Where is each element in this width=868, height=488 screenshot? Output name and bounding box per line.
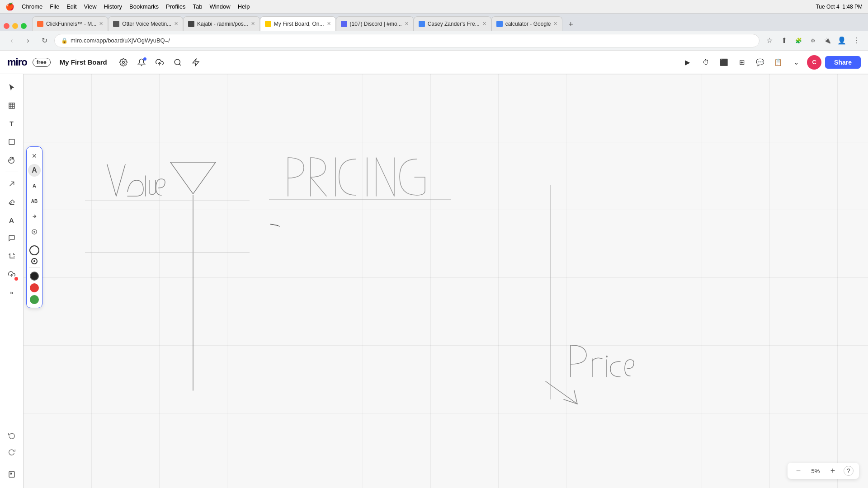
help-button[interactable]: ?: [844, 466, 854, 476]
comment-button[interactable]: 💬: [753, 55, 767, 70]
extension-3[interactable]: 🔌: [821, 34, 834, 47]
comment-tool[interactable]: [4, 230, 20, 246]
color-black-swatch[interactable]: [30, 272, 39, 281]
menu-help[interactable]: Help: [238, 3, 250, 10]
bookmark-star[interactable]: ☆: [763, 34, 776, 47]
share-button[interactable]: Share: [825, 56, 861, 69]
tab-favicon-3: [188, 21, 194, 27]
miro-canvas[interactable]: − 5% + ?: [24, 74, 868, 488]
collapse-button[interactable]: ⌄: [789, 55, 803, 70]
free-badge[interactable]: free: [33, 58, 51, 67]
menu-file[interactable]: File: [50, 3, 59, 10]
svg-rect-17: [10, 473, 11, 474]
forward-button[interactable]: ›: [22, 34, 34, 47]
window-maximize[interactable]: [21, 23, 27, 29]
menu-edit[interactable]: Edit: [66, 3, 76, 10]
tab-title-5: (107) Discord | #mo...: [350, 21, 402, 27]
tab-title-1: ClickFunnels™ - M...: [46, 21, 96, 27]
address-bar[interactable]: 🔒 miro.com/app/board/uXjVOgWyuBQ=/: [54, 34, 760, 47]
text-tool[interactable]: T: [4, 116, 20, 132]
menu-profiles[interactable]: Profiles: [166, 3, 185, 10]
tab-favicon-1: [37, 21, 43, 27]
user-avatar[interactable]: C: [807, 55, 821, 70]
browser-menu[interactable]: ⋮: [850, 34, 863, 47]
back-button[interactable]: ‹: [5, 34, 18, 47]
menu-chrome[interactable]: Chrome: [22, 3, 42, 10]
tab-otter[interactable]: Otter Voice Meetin... ✕: [108, 16, 183, 31]
extension-1[interactable]: 🧩: [792, 34, 805, 47]
tab-close-6[interactable]: ✕: [482, 21, 486, 27]
hand-tool[interactable]: [4, 152, 20, 168]
menu-bookmarks[interactable]: Bookmarks: [129, 3, 159, 10]
tab-miro[interactable]: My First Board, On... ✕: [260, 16, 336, 31]
tab-close-7[interactable]: ✕: [553, 21, 557, 27]
select-tool[interactable]: [4, 80, 20, 96]
more-tools[interactable]: »: [4, 284, 20, 300]
tab-calculator[interactable]: calculator - Google ✕: [491, 16, 563, 31]
tab-close-4[interactable]: ✕: [327, 21, 331, 27]
text-a-tool[interactable]: A: [4, 212, 20, 228]
app-tools: [116, 55, 203, 70]
new-tab-button[interactable]: +: [564, 18, 577, 31]
timer-button[interactable]: ⏱: [698, 55, 713, 70]
upload-tool[interactable]: [4, 266, 20, 282]
miro-app-bar: miro free My First Board ▶ ⏱ ⬛: [0, 51, 868, 74]
export-button[interactable]: [152, 55, 167, 70]
sticky-tool[interactable]: [4, 134, 20, 150]
menu-history[interactable]: History: [104, 3, 122, 10]
pen-size-small[interactable]: [31, 258, 38, 264]
window-close[interactable]: [4, 23, 9, 29]
settings-button[interactable]: [116, 55, 131, 70]
tab-close-3[interactable]: ✕: [251, 21, 255, 27]
crop-tool[interactable]: [4, 248, 20, 264]
tab-close-5[interactable]: ✕: [405, 21, 409, 27]
color-green-swatch[interactable]: [30, 295, 39, 304]
pen-tool-a-large[interactable]: A: [28, 164, 41, 177]
redo-button[interactable]: [4, 445, 20, 459]
window-minimize[interactable]: [12, 23, 18, 29]
left-toolbar: T A »: [0, 74, 24, 488]
extension-2[interactable]: ⚙: [807, 34, 819, 47]
notifications-button[interactable]: [134, 55, 149, 70]
apple-menu[interactable]: 🍎: [5, 2, 14, 11]
frames-tool[interactable]: [4, 98, 20, 114]
tab-close-2[interactable]: ✕: [174, 21, 178, 27]
tab-title-7: calculator - Google: [505, 21, 551, 27]
arrow-tool[interactable]: [4, 176, 20, 192]
frame-button[interactable]: ⬛: [717, 55, 731, 70]
zoom-out-button[interactable]: −: [793, 465, 804, 476]
miro-logo: miro: [7, 56, 27, 68]
share-page-button[interactable]: ⬆: [778, 34, 790, 47]
profile-avatar[interactable]: 👤: [835, 34, 848, 47]
lock-icon: 🔒: [61, 38, 68, 44]
board-name[interactable]: My First Board: [56, 56, 111, 68]
svg-rect-10: [9, 139, 14, 145]
tab-casey[interactable]: Casey Zander's Fre... ✕: [414, 16, 491, 31]
zoom-in-button[interactable]: +: [827, 465, 838, 476]
eraser-tool[interactable]: [4, 194, 20, 210]
lightning-button[interactable]: [189, 55, 203, 70]
browser-window: ClickFunnels™ - M... ✕ Otter Voice Meeti…: [0, 14, 868, 488]
pen-size-large[interactable]: [29, 245, 39, 255]
canvas-drawings: [24, 74, 868, 488]
search-button[interactable]: [170, 55, 185, 70]
play-button[interactable]: ▶: [680, 55, 695, 70]
tab-kajabi[interactable]: Kajabi - /admin/pos... ✕: [183, 16, 260, 31]
pen-tool-arrow[interactable]: [28, 210, 41, 223]
color-red-swatch[interactable]: [30, 283, 39, 292]
menu-tab[interactable]: Tab: [193, 3, 202, 10]
pen-tool-brush[interactable]: AB: [28, 195, 41, 207]
pen-tool-a-small[interactable]: A: [28, 179, 41, 192]
tab-close-1[interactable]: ✕: [99, 21, 103, 27]
table-button[interactable]: ⊞: [735, 55, 749, 70]
minimap-button[interactable]: [4, 466, 20, 483]
notes-button[interactable]: 📋: [771, 55, 785, 70]
pen-panel-close[interactable]: ✕: [29, 150, 40, 161]
reload-button[interactable]: ↻: [38, 34, 51, 47]
tab-clickfunnels[interactable]: ClickFunnels™ - M... ✕: [32, 16, 108, 31]
tab-discord[interactable]: (107) Discord | #mo... ✕: [336, 16, 414, 31]
pen-tool-lasso[interactable]: [28, 225, 41, 238]
menu-window[interactable]: Window: [209, 3, 230, 10]
undo-button[interactable]: [4, 428, 20, 443]
menu-view[interactable]: View: [84, 3, 97, 10]
